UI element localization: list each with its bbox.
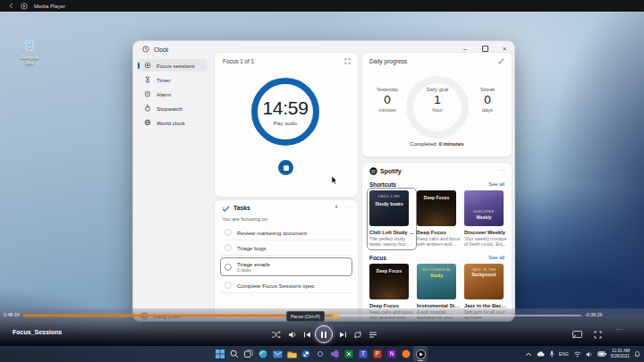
firefox-button[interactable] [399, 346, 413, 362]
system-tray: ENG 11:01 AM 5/28/2021 [525, 346, 640, 362]
clock-titlebar: Clock [142, 46, 168, 53]
edge-button[interactable] [256, 346, 270, 362]
notification-bell-icon[interactable] [634, 350, 640, 358]
playlist-desc: Keep calm and focus with ambient and... [417, 236, 462, 248]
sidebar-item-world-clock[interactable]: World clock [138, 116, 208, 129]
stop-session-button[interactable] [278, 160, 293, 175]
album-art-text: Study beats [369, 201, 409, 206]
world-clock-icon [144, 119, 151, 126]
add-task-button[interactable]: + [335, 204, 338, 210]
pause-icon [325, 332, 326, 338]
stat-unit: hour [413, 107, 462, 113]
tray-chevron-icon[interactable] [525, 352, 532, 357]
expand-icon[interactable] [344, 58, 351, 64]
see-all-link[interactable]: See all [488, 255, 504, 260]
task-row[interactable]: Review marketing document [220, 225, 352, 240]
media-player-taskbar-button[interactable] [413, 346, 428, 362]
back-icon[interactable] [8, 3, 14, 9]
repeat-button[interactable] [353, 331, 362, 339]
task-label: Triage emails [237, 261, 270, 267]
wifi-icon[interactable] [573, 351, 581, 358]
completed-value: 0 minutes [439, 141, 464, 147]
recycle-bin-label: Recycle Bin [18, 55, 41, 65]
office-button[interactable]: N [385, 346, 399, 362]
alarm-icon [144, 90, 151, 97]
task-checkbox[interactable] [225, 282, 232, 289]
file-explorer-button[interactable] [284, 346, 299, 362]
tray-clock[interactable]: 11:01 AM 5/28/2021 [611, 349, 630, 358]
shuffle-button[interactable] [271, 331, 281, 339]
volume-button[interactable] [288, 331, 297, 339]
task-sublabel: 0 tasks [237, 267, 270, 273]
task-view-button[interactable] [242, 346, 256, 362]
tray-date: 5/28/2021 [611, 354, 630, 359]
spotify-title: Spotify [380, 168, 402, 174]
search-icon [230, 349, 239, 358]
album-art-text: JAZZ IN THE [464, 268, 504, 272]
maximize-icon [482, 46, 488, 52]
see-all-link[interactable]: See all [488, 181, 504, 187]
task-row-selected[interactable]: Triage emails 0 tasks [220, 257, 352, 276]
task-checkbox[interactable] [225, 229, 232, 236]
sidebar-item-timer[interactable]: Timer [138, 73, 208, 86]
teams-button[interactable]: T [356, 346, 370, 362]
seek-knob[interactable] [333, 313, 338, 318]
playlist-title: Chill Lofi Study B... [369, 230, 414, 235]
album-art: JAZZ IN THE Background [464, 264, 504, 299]
media-controls-overlay: 0:48:34 -0:36:26 Pause (Ctrl+P) Focus_Se… [0, 308, 644, 346]
focus-sessions-icon [144, 62, 151, 69]
sidebar-item-alarm[interactable]: Alarm [138, 88, 208, 100]
battery-icon[interactable] [597, 351, 606, 357]
stat-label: Daily goal [413, 87, 462, 92]
fullscreen-button[interactable] [594, 331, 602, 339]
cast-button[interactable] [572, 331, 582, 339]
media-player-titlebar: Media Player [0, 0, 644, 12]
task-checkbox[interactable] [225, 244, 232, 251]
next-button[interactable] [339, 331, 347, 339]
powerpoint-button[interactable]: P [370, 346, 385, 362]
album-art: CHILL LOFI Study beats [369, 190, 409, 226]
sidebar-item-focus-sessions[interactable]: Focus sessions [138, 59, 208, 72]
previous-button[interactable] [303, 331, 311, 339]
sidebar-item-stopwatch[interactable]: Stopwatch [138, 102, 208, 114]
spotify-more-button[interactable]: ··· [499, 167, 506, 173]
start-button[interactable] [213, 346, 227, 362]
queue-button[interactable] [369, 331, 377, 339]
onedrive-icon[interactable] [537, 351, 545, 357]
mail-icon [273, 350, 283, 358]
volume-tray-icon[interactable] [586, 351, 593, 358]
photos-button[interactable] [313, 346, 327, 362]
visual-studio-button[interactable] [327, 346, 342, 362]
more-options-button[interactable]: ··· [615, 326, 623, 333]
recycle-bin-shortcut[interactable]: Recycle Bin [18, 38, 41, 65]
media-player-app-icon [21, 3, 28, 10]
sidebar-item-label: Stopwatch [157, 105, 182, 112]
stat-value: 0 [363, 93, 411, 106]
edit-pencil-icon[interactable] [498, 58, 504, 64]
windows-start-icon [216, 349, 225, 358]
excel-button[interactable] [342, 346, 356, 362]
steam-button[interactable] [299, 346, 313, 362]
clock-window-title: Clock [154, 46, 168, 53]
play-audio-label[interactable]: Play audio [273, 121, 297, 126]
excel-icon [344, 349, 353, 358]
spotify-icon [369, 167, 377, 175]
task-row[interactable]: Triage bugs [220, 240, 352, 256]
playlist-desc: Your weekly mixtape of fresh music. Enj.… [464, 236, 509, 248]
album-art: Deep Focus [417, 190, 456, 226]
pause-button[interactable] [315, 325, 333, 343]
playlist-card[interactable]: DISCOVER Weekly Discover Weekly Your wee… [464, 190, 509, 248]
search-button[interactable] [227, 346, 242, 362]
playlist-card[interactable]: Deep Focus Deep Focus Keep calm and focu… [417, 190, 462, 248]
microphone-icon[interactable] [549, 350, 555, 358]
language-indicator[interactable]: ENG [559, 351, 569, 357]
timer-remaining: 14:59 [262, 97, 308, 119]
task-row[interactable]: Complete Focus Sessions spec [220, 278, 352, 293]
taskbar: T P N ENG 11:01 AM 5/28/2021 [0, 346, 644, 362]
task-checkbox[interactable] [225, 264, 232, 271]
album-art-text: Weekly [464, 215, 504, 220]
mail-button[interactable] [270, 346, 284, 362]
tasks-more-button[interactable]: ··· [345, 204, 352, 209]
clock-sidebar: Focus sessions Timer Alarm Stopwatch Wor… [133, 57, 212, 322]
playlist-card[interactable]: CHILL LOFI Study beats Chill Lofi Study … [369, 190, 414, 248]
